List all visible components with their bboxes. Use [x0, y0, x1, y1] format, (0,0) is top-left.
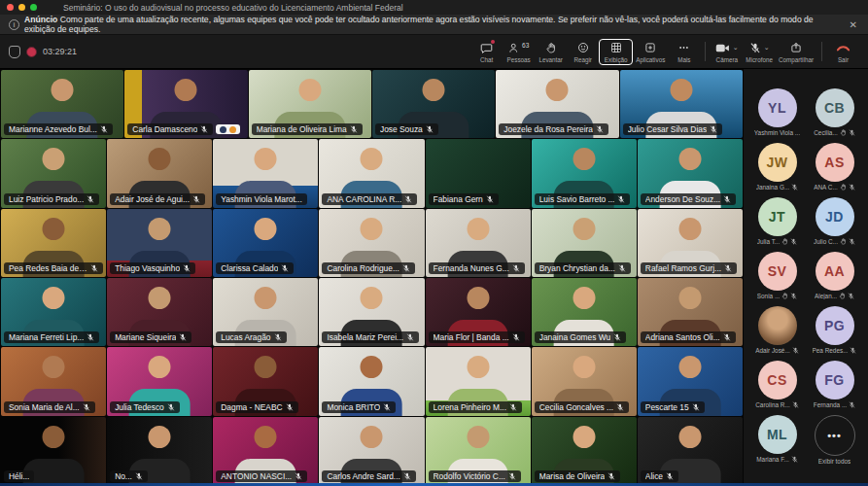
- video-tile[interactable]: Sonia Maria de Al...: [1, 347, 106, 415]
- video-tile[interactable]: Julio Cesar Silva Dias: [620, 70, 743, 138]
- video-tile[interactable]: Rodolfo Victório C...: [426, 417, 531, 485]
- avatar[interactable]: JT: [758, 197, 797, 236]
- video-tile[interactable]: Mariana Ferreti Lip...: [1, 278, 106, 346]
- video-tile[interactable]: Adair José de Agui...: [107, 139, 212, 207]
- video-tile[interactable]: Joezele da Rosa Pereira: [496, 70, 618, 138]
- show-all-button[interactable]: •••: [815, 415, 855, 456]
- share-button[interactable]: Compartilhar: [776, 40, 816, 64]
- close-announcement-icon[interactable]: ✕: [848, 19, 859, 30]
- avatar[interactable]: CB: [816, 88, 854, 127]
- participant-name: No...: [115, 471, 132, 481]
- video-tile[interactable]: ANA CAROLINA R...: [319, 139, 424, 207]
- sidebar-participant[interactable]: JDJulio C...: [807, 197, 862, 245]
- video-tile[interactable]: Anderson De Souz...: [638, 139, 743, 207]
- video-tile[interactable]: Marianne Azevedo Bul...: [1, 70, 123, 138]
- video-tile[interactable]: Julia Tedesco: [107, 347, 212, 415]
- avatar[interactable]: [758, 306, 797, 345]
- microphone-chevron-icon[interactable]: ⌄: [764, 44, 770, 52]
- video-tile[interactable]: Pea Redes Baia de ...: [1, 209, 106, 277]
- video-tile[interactable]: Marisa de Oliveira: [532, 417, 637, 485]
- sidebar-participant[interactable]: MLMariana F...: [749, 415, 805, 465]
- video-tile[interactable]: Thiago Vasquinho: [107, 209, 212, 277]
- tile-name-bar: Isabela Mariz Perei...: [322, 331, 421, 343]
- meeting-title: Seminário: O uso do audiovisual no proce…: [63, 3, 403, 13]
- video-tile[interactable]: Fabiana Gern: [426, 139, 531, 207]
- chat-button[interactable]: Chat: [470, 40, 503, 64]
- avatar[interactable]: CS: [758, 361, 797, 399]
- participant-name: Yashmin Viola Marot...: [221, 194, 301, 204]
- avatar[interactable]: AA: [816, 252, 854, 291]
- participant-name: Carolina Rodrigue...: [327, 263, 399, 273]
- video-tile[interactable]: Isabela Mariz Perei...: [319, 278, 424, 346]
- minimize-window-button[interactable]: [18, 4, 25, 11]
- video-tile[interactable]: Bryan Chrystian da...: [532, 209, 637, 277]
- person-silhouette-head: [149, 148, 171, 170]
- video-tile[interactable]: Héli...: [1, 417, 106, 485]
- camera-button[interactable]: ⌄ Câmera: [711, 40, 743, 64]
- video-tile[interactable]: Maria Flor | Banda ...: [426, 278, 531, 346]
- apps-button[interactable]: Aplicativos: [633, 40, 668, 64]
- mic-off-icon: [274, 333, 282, 341]
- sidebar-participant[interactable]: Adair José...: [749, 306, 805, 354]
- participant-name-pill: Lucas Aragão: [216, 331, 286, 343]
- sidebar-participant[interactable]: SVSonia ...: [749, 252, 805, 299]
- video-tile[interactable]: Fernanda Nunes G...: [426, 209, 531, 277]
- video-tile[interactable]: Alice: [638, 417, 743, 485]
- video-tile[interactable]: No...: [107, 417, 212, 485]
- view-button[interactable]: Exibição: [599, 39, 633, 65]
- video-tile[interactable]: ANTONIO NASCI...: [213, 417, 318, 485]
- close-window-button[interactable]: [7, 4, 14, 11]
- avatar[interactable]: FG: [816, 361, 854, 399]
- video-tile[interactable]: Luis Savio Barreto ...: [532, 139, 637, 207]
- video-tile[interactable]: Yashmin Viola Marot...: [213, 139, 318, 207]
- react-button[interactable]: Reagir: [567, 40, 599, 64]
- video-tile[interactable]: Clarissa Calado: [213, 209, 318, 277]
- raise-hand-button[interactable]: Levantar: [535, 40, 567, 64]
- video-tile[interactable]: Jose Souza: [372, 70, 495, 138]
- maximize-window-button[interactable]: [30, 4, 37, 11]
- sidebar-participant[interactable]: JWJanaina G...: [749, 143, 805, 191]
- sidebar-participant[interactable]: CSCarolina R...: [749, 361, 805, 408]
- video-tile[interactable]: Carla Damasceno: [124, 70, 247, 138]
- video-tile[interactable]: Monica BRITO: [319, 347, 424, 415]
- video-tile[interactable]: Luiz Patricio Prado...: [1, 139, 106, 207]
- sidebar-participant[interactable]: AAAlejan...: [807, 252, 862, 299]
- camera-chevron-icon[interactable]: ⌄: [733, 44, 739, 52]
- video-tile[interactable]: Lucas Aragão: [213, 278, 318, 346]
- sidebar-participant[interactable]: CBCecilia...: [807, 88, 862, 136]
- avatar[interactable]: JD: [816, 197, 854, 236]
- participant-name: Mariana Ferreti Lip...: [9, 332, 84, 342]
- leave-button[interactable]: Sair: [827, 40, 859, 64]
- video-tile[interactable]: Mariana de Oliveira Lima: [249, 70, 371, 138]
- people-button[interactable]: 63 Pessoas: [503, 40, 535, 64]
- avatar[interactable]: PG: [816, 306, 854, 345]
- avatar[interactable]: YL: [758, 88, 797, 127]
- video-tile[interactable]: Mariane Siqueira: [107, 278, 212, 346]
- video-tile[interactable]: Dagma - NEABC: [213, 347, 318, 415]
- person-silhouette-head: [678, 356, 701, 378]
- sidebar-participant[interactable]: PGPea Redes...: [807, 306, 862, 354]
- video-tile[interactable]: Pescarte 15: [638, 347, 743, 415]
- video-tile[interactable]: Adriana Santos Oli...: [638, 278, 743, 346]
- avatar[interactable]: ML: [758, 415, 797, 454]
- avatar[interactable]: AS: [816, 143, 854, 182]
- show-all-item[interactable]: •••Exibir todos: [807, 415, 862, 465]
- sidebar-participant[interactable]: FGFernanda ...: [807, 361, 862, 408]
- grid-row: Héli...No...ANTONIO NASCI...Carlos Andre…: [1, 417, 743, 485]
- avatar[interactable]: JW: [758, 143, 797, 182]
- participant-name: Isabela Mariz Perei...: [327, 332, 403, 342]
- video-tile[interactable]: Cecilia Goncalves ...: [532, 347, 637, 415]
- sidebar-participant[interactable]: JTJulia T...: [749, 197, 805, 245]
- video-tile[interactable]: Lorena Pinheiro M...: [426, 347, 531, 415]
- sidebar-participant[interactable]: ASANA C...: [807, 143, 862, 191]
- video-tile[interactable]: Carolina Rodrigue...: [319, 209, 424, 277]
- participant-count: 63: [522, 42, 529, 49]
- microphone-button[interactable]: ⌄ Microfone: [743, 40, 776, 64]
- participant-name: Adriana Santos Oli...: [645, 332, 720, 342]
- video-tile[interactable]: Rafael Ramos Gurj...: [638, 209, 743, 277]
- avatar[interactable]: SV: [758, 252, 797, 291]
- more-button[interactable]: Mais: [668, 40, 700, 64]
- video-tile[interactable]: Janaina Gomes Wu: [532, 278, 637, 346]
- sidebar-participant[interactable]: YLYashmin Viola ...: [749, 88, 805, 136]
- video-tile[interactable]: Carlos Andre Sard...: [319, 417, 424, 485]
